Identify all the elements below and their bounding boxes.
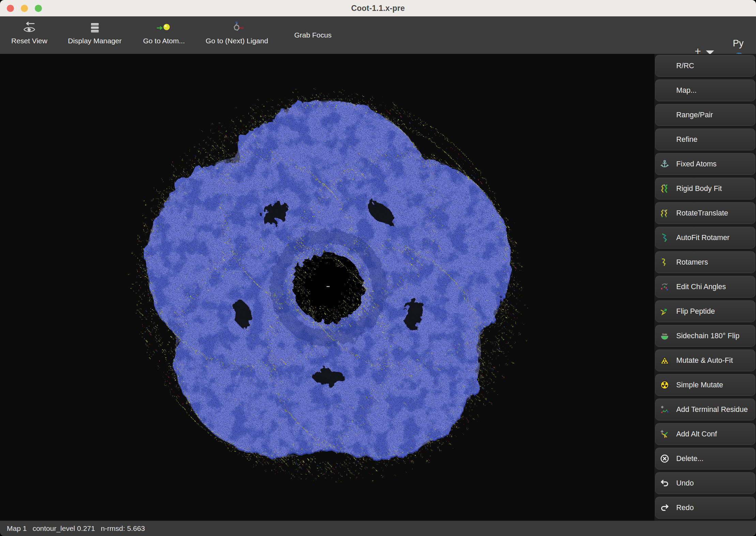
molecule-viewport[interactable] [0, 54, 654, 521]
traffic-lights [0, 0, 42, 16]
sidebar-button-mutate-auto-fit[interactable]: Mutate & Auto-Fit [655, 349, 755, 371]
autofit-rotamer-icon [660, 233, 670, 243]
sidebar-button-undo[interactable]: Undo [655, 472, 755, 494]
toolbar: Reset View Display Manager [0, 16, 756, 54]
display-manager-icon [89, 20, 101, 36]
titlebar: Coot-1.1.x-pre [0, 0, 756, 17]
sidebar-button-simple-mutate[interactable]: Simple Mutate [655, 374, 755, 396]
minimize-button[interactable] [21, 5, 28, 12]
grab-focus-label: Grab Focus [294, 31, 332, 39]
svg-text:N: N [236, 21, 238, 24]
display-manager-label: Display Manager [68, 37, 122, 45]
sidebar-button-sidechain-180-flip[interactable]: Side Sidechain 180° Flip [655, 325, 755, 347]
go-to-atom-button[interactable]: Go to Atom... [143, 16, 185, 54]
blank-icon [660, 134, 670, 145]
sidechain-flip-icon: Side [660, 331, 670, 341]
svg-text:O: O [241, 26, 243, 30]
sidebar-button-range-pair[interactable]: Range/Pair [655, 104, 755, 126]
blank-icon [660, 85, 670, 95]
sidebar-button-redo[interactable]: Redo [655, 497, 755, 519]
radiation-icon [660, 380, 670, 390]
svg-text:Side: Side [662, 333, 667, 336]
blank-icon [660, 110, 670, 120]
center-marker [327, 286, 330, 287]
sidebar-button-edit-chi-angles[interactable]: Edit Chi Angles [655, 276, 755, 298]
sidebar-button-r-rc[interactable]: R/RC [655, 55, 755, 77]
sidebar: R/RC Map... Range/Pair Refine Fixed Atom… [654, 54, 756, 521]
sidebar-button-delete[interactable]: Delete... [655, 448, 755, 470]
add-terminal-residue-icon [660, 404, 670, 415]
chi-angles-icon [660, 282, 670, 292]
rotate-translate-icon [660, 208, 670, 218]
window-title: Coot-1.1.x-pre [351, 4, 405, 13]
status-nrmsd: n-rmsd: 5.663 [101, 524, 145, 533]
undo-icon [660, 478, 670, 488]
close-button[interactable] [7, 5, 14, 12]
grab-focus-button[interactable]: Grab Focus [294, 16, 332, 54]
go-to-next-ligand-button[interactable]: N O Go to (Next) Ligand [206, 16, 268, 54]
go-to-atom-label: Go to Atom... [143, 37, 185, 45]
reset-view-button[interactable]: Reset View [11, 16, 47, 54]
molecule-render [0, 54, 654, 521]
sidebar-button-flip-peptide[interactable]: Flip Peptide [655, 300, 755, 322]
go-to-next-ligand-label: Go to (Next) Ligand [206, 37, 268, 45]
sidebar-button-rotate-translate[interactable]: RotateTranslate [655, 202, 755, 224]
sidebar-button-add-terminal-residue[interactable]: Add Terminal Residue [655, 399, 755, 420]
rigid-body-icon [660, 183, 670, 194]
delete-icon [660, 453, 670, 464]
python-label: Py [733, 38, 744, 49]
sidebar-button-map[interactable]: Map... [655, 79, 755, 101]
coot-window: Coot-1.1.x-pre Reset View [0, 0, 756, 536]
blank-icon [660, 61, 670, 71]
zoom-button[interactable] [35, 5, 42, 12]
add-alt-conf-icon [660, 429, 670, 439]
redo-icon [660, 503, 670, 513]
sidebar-button-fixed-atoms[interactable]: Fixed Atoms [655, 153, 755, 175]
sidebar-button-rotamers[interactable]: Rotamers [655, 251, 755, 273]
statusbar: Map 1 contour_level 0.271 n-rmsd: 5.663 [0, 521, 756, 536]
ligand-icon: N O [230, 20, 244, 36]
sidebar-button-refine[interactable]: Refine [655, 129, 755, 150]
anchor-icon [660, 159, 670, 169]
status-map: Map 1 [7, 524, 27, 533]
status-contour-level: contour_level 0.271 [32, 524, 95, 533]
reset-view-icon [22, 20, 36, 36]
sidebar-button-rigid-body-fit[interactable]: Rigid Body Fit [655, 178, 755, 199]
go-to-atom-icon [155, 20, 173, 36]
sidebar-button-autofit-rotamer[interactable]: AutoFit Rotamer [655, 227, 755, 249]
flip-peptide-icon [660, 306, 670, 316]
display-manager-button[interactable]: Display Manager [68, 16, 122, 54]
sidebar-button-add-alt-conf[interactable]: Add Alt Conf [655, 423, 755, 445]
mutate-warning-icon [660, 355, 670, 366]
rotamer-icon [660, 257, 670, 267]
reset-view-label: Reset View [11, 37, 47, 45]
